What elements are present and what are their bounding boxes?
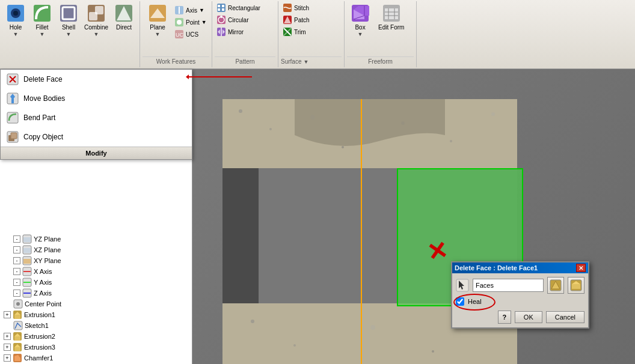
face-add-button[interactable] [547,277,564,294]
plane-icon [22,245,32,255]
point-button[interactable]: Point ▼ [173,17,209,28]
cancel-button[interactable]: Cancel [546,311,584,323]
direct-button[interactable]: Direct [111,2,137,32]
svg-rect-121 [572,284,580,289]
delete-face-icon [7,73,19,85]
svg-rect-20 [218,5,220,7]
heal-checkbox[interactable] [456,297,464,306]
stitch-button[interactable]: Stitch [281,2,311,13]
svg-rect-65 [23,259,31,264]
svg-rect-79 [14,336,20,341]
svg-rect-22 [218,8,220,11]
svg-point-104 [450,140,452,142]
dialog-close-button[interactable]: ✕ [576,264,586,272]
help-button[interactable]: ? [498,311,511,324]
face-icon-2 [570,279,582,291]
red-arrow-annotation [186,71,264,83]
xy-plane-item[interactable]: - XY Plane [12,255,166,266]
svg-point-99 [239,109,242,113]
svg-point-112 [293,344,296,347]
svg-point-113 [370,325,375,330]
surface-section: Stitch Patch Trim Surface ▼ [278,1,345,67]
bend-part-item[interactable]: Bend Part [1,108,192,127]
svg-point-114 [432,350,434,353]
chamfer1-item[interactable]: + Chamfer1 [2,353,166,363]
box-button[interactable]: Box ▼ [347,2,373,38]
toolbar: Hole ▼ Fillet ▼ Shell ▼ [0,0,635,69]
move-bodies-icon [7,93,19,105]
pattern-section: Rectangular Circular Mirror Pattern [212,1,278,67]
axis-button[interactable]: Axis ▼ [173,5,209,16]
axis-icon [22,278,32,287]
svg-point-26 [220,16,222,18]
copy-object-item[interactable]: Copy Object [1,127,192,147]
face-toggle-button[interactable] [568,277,584,294]
extrusion3-item[interactable]: + Extrusion3 [2,342,166,353]
svg-rect-82 [14,347,20,351]
svg-point-111 [251,320,254,323]
delete-face-dialog: Delete Face : Delete Face1 ✕ Faces [451,261,589,329]
combine-button[interactable]: Combine ▼ [82,2,111,38]
xz-plane-item[interactable]: - XZ Plane [12,244,166,255]
mirror-button[interactable]: Mirror [215,26,245,37]
modify-section: Hole ▼ Fillet ▼ Shell ▼ [0,1,140,67]
rectangular-button[interactable]: Rectangular [215,2,262,13]
ok-button[interactable]: OK [515,311,542,323]
heal-row: Heal [456,297,584,306]
axis-icon [22,267,32,276]
sketch1-item[interactable]: Sketch1 [12,320,166,331]
svg-point-16 [177,20,182,25]
svg-rect-59 [11,133,17,139]
extrusion1-item[interactable]: + Extrusion1 [2,309,166,320]
svg-rect-55 [11,99,14,103]
svg-point-102 [342,146,344,148]
dialog-body: Faces [452,273,588,327]
y-axis-item[interactable]: - Y Axis [12,277,166,288]
center-point-item[interactable]: Center Point [12,299,166,309]
dialog-title-bar: Delete Face : Delete Face1 ✕ [452,262,588,273]
dialog-buttons-row: ? OK Cancel [456,311,584,324]
svg-rect-21 [222,5,224,7]
bend-part-icon [7,112,19,124]
ucs-button[interactable]: UCS UCS [173,29,209,40]
svg-point-100 [269,128,272,130]
plane-icon [22,234,32,244]
x-axis-item[interactable]: - X Axis [12,266,166,277]
yz-plane-item[interactable]: - YZ Plane [12,234,166,244]
delete-face-item[interactable]: Delete Face [1,70,192,89]
trim-button[interactable]: Trim [281,26,308,37]
face-icon-1 [550,279,562,291]
modify-section-label: Modify [1,147,192,159]
left-panel: Delete Face Move Bodies [0,69,192,364]
work-features-section: Plane ▼ Axis ▼ Point ▼ UCS [140,1,212,67]
circular-button[interactable]: Circular [215,14,250,25]
svg-rect-61 [23,237,31,242]
center-axis-line [361,99,362,364]
faces-row: Faces [456,277,584,294]
sketch-icon [13,321,23,330]
fillet-button[interactable]: Fillet ▼ [29,2,55,38]
svg-rect-107 [222,168,259,306]
dropdown-menu: Delete Face Move Bodies [0,69,192,160]
axis-icon [22,288,32,298]
hole-button[interactable]: Hole ▼ [2,2,29,38]
svg-text:UCS: UCS [176,32,184,38]
move-bodies-item[interactable]: Move Bodies [1,89,192,108]
tree-panel: - YZ Plane - XZ Plane - XY Plane - X Axi… [0,231,168,364]
viewport[interactable]: ✕ Delete Face : Delete Face1 ✕ Faces [192,69,635,364]
freeform-section: Box ▼ Edit Form Freeform [345,1,417,67]
chamfer-icon [13,353,22,363]
extrusion-icon [13,332,22,341]
z-axis-item[interactable]: - Z Axis [12,288,166,299]
extrusion2-item[interactable]: + Extrusion2 [2,331,166,342]
object-top [222,99,517,171]
svg-rect-23 [222,8,224,11]
svg-point-2 [13,11,18,16]
svg-rect-63 [23,248,31,253]
edit-form-button[interactable]: Edit Form [376,2,406,32]
plane-button[interactable]: Plane ▼ [143,2,173,38]
svg-point-105 [491,112,495,116]
patch-button[interactable]: Patch [281,14,311,25]
faces-input[interactable]: Faces [473,279,544,292]
shell-button[interactable]: Shell ▼ [55,2,82,38]
